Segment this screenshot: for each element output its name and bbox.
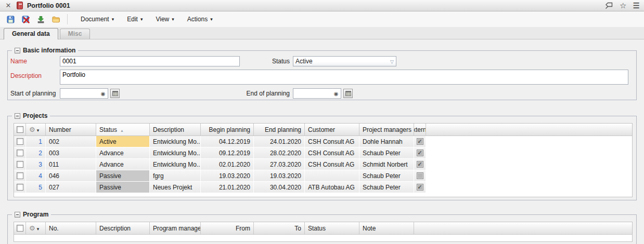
menu-view[interactable]: View [151,14,178,24]
column-header-no[interactable]: No. [46,222,96,234]
column-header-number[interactable]: Number [46,124,96,135]
target-date-icon[interactable] [100,90,106,97]
calendar-icon [112,91,118,96]
row-select-cell [14,159,26,170]
row-select-cell [14,136,26,147]
start-calendar-button[interactable] [110,89,120,98]
start-of-planning-label: Start of planning [10,88,56,99]
end-calendar-button[interactable] [343,89,353,98]
row-checkbox[interactable] [17,161,23,168]
column-header-note[interactable]: Note [359,222,414,234]
cell-filler [426,159,632,170]
basic-information-legend: Basic information [12,47,78,54]
table-row[interactable]: 3 011 Advance Entwicklung Mo... 02.01.20… [14,159,632,170]
row-checkbox[interactable] [17,138,23,145]
projects-grid: Number Status Description Begin planning… [14,123,633,197]
select-all-checkbox[interactable] [17,225,23,232]
status-select[interactable]: Active [293,56,396,66]
description-input[interactable]: Portfolio [60,70,628,85]
collapse-icon[interactable] [15,48,20,53]
column-header-description[interactable]: Description [96,222,150,234]
cell-filler [426,136,632,147]
column-header-begin-planning[interactable]: Begin planning [201,124,254,135]
menu-icon[interactable] [633,1,640,10]
column-header-filler [426,124,632,135]
close-icon[interactable] [4,2,12,10]
row-number-link[interactable]: 1 [29,138,42,145]
column-header-to[interactable]: To [254,222,305,234]
save-button[interactable] [5,13,16,25]
cell-end-planning: 24.01.2020 [254,136,305,147]
cell-external [414,170,426,181]
cell-external [414,147,426,158]
open-folder-button[interactable] [50,13,61,25]
cell-description: Entwicklung Mo... [150,136,201,147]
collapse-icon[interactable] [15,113,20,119]
table-row[interactable]: 5 027 Passive Neues Projekt 21.01.2020 3… [14,182,632,193]
row-number-link[interactable]: 2 [29,150,42,157]
row-checkbox[interactable] [17,184,23,191]
cell-project-manager: Dohle Hannah [359,136,414,147]
row-select-cell [14,170,26,181]
cell-filler [426,147,632,158]
gear-icon [29,224,35,232]
toolbar-separator [67,14,68,24]
column-header-from[interactable]: From [201,222,254,234]
row-number-link[interactable]: 3 [29,161,42,168]
row-checkbox[interactable] [17,150,23,156]
cell-begin-planning: 02.01.2020 [201,159,254,170]
tab-general-data[interactable]: General data [4,28,58,39]
column-header-description[interactable]: Description [150,124,201,135]
column-header-end-planning[interactable]: End planning [254,124,305,135]
save-delete-button[interactable] [20,13,31,25]
cell-status: Passive [96,182,150,193]
name-input[interactable] [60,56,240,66]
external-checkbox [417,161,423,168]
table-row[interactable]: 1 002 Active Entwicklung Mo... 04.12.201… [14,136,632,147]
cell-description: Entwicklung Mo... [150,147,201,158]
column-header-customer[interactable]: Customer [305,124,359,135]
row-select-cell [14,147,26,158]
row-number-link[interactable]: 5 [29,184,42,191]
column-header-project-managers[interactable]: Project managers [359,124,414,135]
cell-end-planning: 28.02.2020 [254,147,305,158]
cell-customer: CSH Consult AG [305,159,359,170]
column-header-filler [414,222,632,234]
column-settings-button[interactable] [26,222,46,234]
menu-edit[interactable]: Edit [122,14,147,24]
import-button[interactable] [35,13,46,25]
section-title: Basic information [23,47,75,54]
table-row[interactable]: 2 003 Advance Entwicklung Mo... 09.12.20… [14,147,632,159]
cell-external [414,159,426,170]
column-header-status[interactable]: Status [305,222,359,234]
menu-actions[interactable]: Actions [183,14,217,24]
cell-project-manager: Schaub Peter [359,170,414,181]
cell-number: 011 [46,159,96,170]
calendar-icon [345,91,351,96]
cell-end-planning: 27.03.2020 [254,159,305,170]
collapse-icon[interactable] [15,212,20,218]
chevron-down-icon [35,225,40,232]
target-date-icon[interactable] [333,90,339,97]
menu-document[interactable]: Document [76,14,119,24]
pin-icon[interactable] [605,2,613,9]
table-row[interactable]: 4 046 Passive fgrg 19.03.2020 19.03.2020… [14,170,632,182]
select-all-checkbox[interactable] [17,126,23,133]
cell-customer: CSH Consult AG [305,136,359,147]
tab-misc[interactable]: Misc [60,29,91,39]
cell-project-manager: Schmidt Norbert [359,159,414,170]
column-header-status[interactable]: Status [96,124,150,135]
window-titlebar: Portfolio 0001 [0,0,644,11]
cell-description: Neues Projekt [150,182,201,193]
column-header-program-manager[interactable]: Program manager [150,222,201,234]
column-header-external[interactable]: External [414,124,426,135]
program-grid: No. Description Program manager From To … [14,222,633,242]
row-checkbox[interactable] [17,172,23,179]
row-number-link[interactable]: 4 [29,172,42,180]
row-number-cell: 1 [26,136,46,147]
favorite-icon[interactable] [620,1,626,10]
description-label: Description [10,71,42,81]
chevron-down-icon [35,126,40,133]
import-icon [36,15,45,24]
column-settings-button[interactable] [26,124,46,135]
